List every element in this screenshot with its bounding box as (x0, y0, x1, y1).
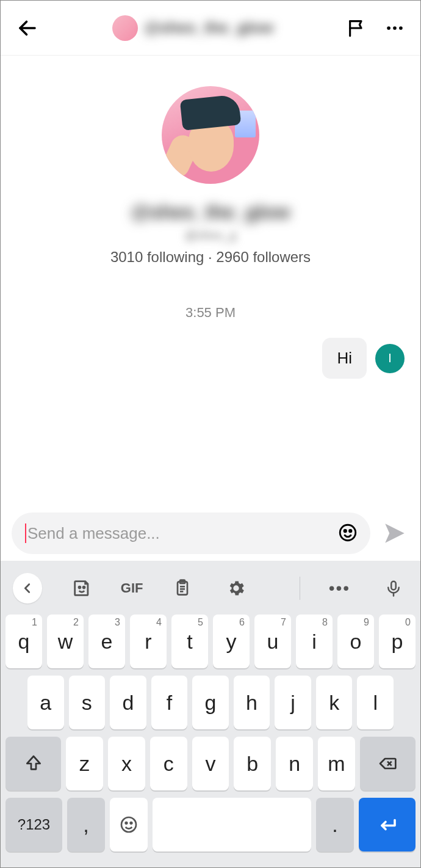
mic-icon[interactable] (379, 573, 408, 604)
key-i[interactable]: i8 (296, 615, 333, 668)
key-l[interactable]: l (357, 676, 394, 729)
key-z[interactable]: z (66, 737, 103, 790)
svg-point-5 (344, 530, 346, 531)
key-k[interactable]: k (316, 676, 353, 729)
backspace-key[interactable] (360, 737, 416, 790)
keyboard-row-3: zxcvbnm (5, 737, 416, 790)
profile-avatar[interactable] (162, 86, 259, 184)
svg-point-7 (79, 586, 81, 588)
toolbar-separator (300, 577, 300, 600)
key-f[interactable]: f (151, 676, 188, 729)
emoji-key[interactable] (110, 798, 148, 852)
key-w[interactable]: w2 (47, 615, 84, 668)
chat-timestamp: 3:55 PM (185, 305, 236, 321)
key-q[interactable]: q1 (5, 615, 42, 668)
message-input[interactable]: Send a message... (12, 512, 370, 554)
svg-point-8 (83, 586, 85, 588)
key-o[interactable]: o9 (337, 615, 374, 668)
period-key[interactable]: . (316, 798, 354, 852)
keyboard: GIF ••• q1w2e3r4t5y6u7i8o9p0 asdfghjkl z… (1, 561, 420, 867)
key-d[interactable]: d (110, 676, 146, 729)
svg-point-4 (340, 525, 356, 541)
more-button[interactable] (381, 15, 408, 42)
composer: Send a message... (1, 506, 420, 561)
header-username[interactable]: @shes_the_glow (144, 18, 273, 37)
svg-point-3 (399, 26, 403, 30)
emoji-button[interactable] (337, 522, 359, 544)
keyboard-row-4: ?123 , . (5, 798, 416, 852)
svg-point-2 (393, 26, 397, 30)
svg-point-1 (387, 26, 390, 30)
message-row: Hi I (13, 338, 408, 379)
key-h[interactable]: h (234, 676, 270, 729)
profile-handle: @shes_g (185, 228, 237, 243)
profile-username[interactable]: @shes_the_glow (131, 201, 290, 224)
kb-more-button[interactable]: ••• (325, 573, 354, 604)
svg-point-19 (126, 822, 128, 824)
clipboard-icon[interactable] (167, 573, 196, 604)
shift-key[interactable] (5, 737, 61, 790)
key-r[interactable]: r4 (130, 615, 167, 668)
keyboard-row-1: q1w2e3r4t5y6u7i8o9p0 (5, 615, 416, 668)
key-n[interactable]: n (276, 737, 313, 790)
key-t[interactable]: t5 (171, 615, 208, 668)
symbols-key[interactable]: ?123 (5, 798, 62, 852)
send-button[interactable] (380, 519, 409, 548)
key-s[interactable]: s (69, 676, 106, 729)
key-y[interactable]: y6 (213, 615, 250, 668)
kb-collapse-button[interactable] (13, 573, 42, 604)
key-m[interactable]: m (318, 737, 355, 790)
key-c[interactable]: c (150, 737, 187, 790)
chat-header: @shes_the_glow (1, 1, 420, 56)
svg-point-20 (131, 822, 132, 824)
enter-key[interactable] (359, 798, 416, 852)
text-cursor (25, 523, 26, 543)
sender-avatar[interactable]: I (375, 344, 405, 373)
key-v[interactable]: v (192, 737, 229, 790)
sticker-icon[interactable] (67, 573, 96, 604)
key-e[interactable]: e3 (88, 615, 125, 668)
settings-icon[interactable] (221, 573, 251, 604)
message-placeholder: Send a message... (27, 524, 337, 543)
gif-button[interactable]: GIF (121, 573, 143, 604)
svg-point-6 (350, 530, 351, 531)
keyboard-toolbar: GIF ••• (1, 567, 420, 610)
key-u[interactable]: u7 (254, 615, 291, 668)
report-button[interactable] (344, 15, 370, 42)
header-avatar[interactable] (112, 15, 138, 41)
svg-rect-14 (391, 582, 396, 590)
key-j[interactable]: j (275, 676, 311, 729)
key-x[interactable]: x (108, 737, 145, 790)
message-list: Hi I (13, 338, 408, 379)
chat-body: @shes_the_glow @shes_g 3010 following · … (1, 56, 420, 506)
message-bubble[interactable]: Hi (322, 338, 367, 379)
comma-key[interactable]: , (67, 798, 105, 852)
keyboard-row-2: asdfghjkl (5, 676, 416, 729)
profile-stats[interactable]: 3010 following · 2960 followers (110, 249, 311, 266)
back-button[interactable] (13, 13, 42, 43)
key-g[interactable]: g (192, 676, 229, 729)
key-a[interactable]: a (27, 676, 64, 729)
key-b[interactable]: b (234, 737, 271, 790)
svg-point-18 (121, 817, 136, 832)
space-key[interactable] (153, 798, 311, 852)
key-p[interactable]: p0 (379, 615, 416, 668)
